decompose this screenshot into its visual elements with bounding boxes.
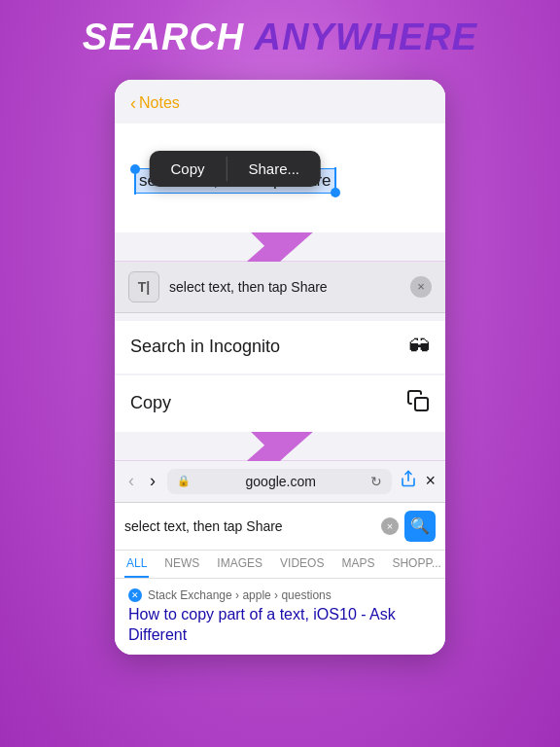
share-top-bar: T| select text, then tap Share × [115, 262, 445, 313]
browser-search-query[interactable]: select text, then tap Share [124, 518, 375, 534]
chevron-shape-1 [251, 232, 309, 262]
browser-tab-shopping[interactable]: SHOPP... [390, 551, 442, 578]
panel-separator-2 [115, 432, 445, 461]
browser-tab-all[interactable]: ALL [124, 551, 149, 578]
text-cursor-right [331, 188, 340, 197]
incognito-icon: 🕶 [408, 335, 430, 360]
search-go-icon: 🔍 [410, 516, 430, 535]
notes-back-button[interactable]: ‹ Notes [130, 93, 180, 114]
panel-notes: ‹ Notes Copy Share... select text, then … [115, 80, 445, 232]
headline-anywhere: ANYWHERE [254, 17, 477, 57]
share-action-copy[interactable]: Copy [115, 375, 445, 432]
browser-forward-button[interactable]: › [146, 469, 159, 493]
result-source-icon [128, 588, 142, 602]
headline-search: SEARCH [83, 17, 244, 57]
browser-close-button[interactable]: × [425, 471, 436, 491]
incognito-label: Search in Incognito [130, 337, 280, 357]
result-source-text: Stack Exchange › apple › questions [148, 588, 332, 602]
browser-address-bar[interactable]: 🔒 google.com ↻ [167, 469, 392, 494]
browser-tab-maps[interactable]: MAPS [339, 551, 376, 578]
share-text-icon-label: T| [138, 279, 150, 295]
popup-share-button[interactable]: Share... [228, 151, 322, 187]
browser-tab-images[interactable]: IMAGES [215, 551, 264, 578]
browser-search-clear-button[interactable]: × [381, 517, 399, 535]
browser-lock-icon: 🔒 [177, 475, 191, 487]
notes-header: ‹ Notes [115, 80, 445, 124]
share-text-icon: T| [128, 271, 159, 302]
clear-icon: × [387, 520, 393, 532]
browser-search-go-button[interactable]: 🔍 [404, 511, 436, 542]
result-title[interactable]: How to copy part of a text, iOS10 - Ask … [128, 605, 432, 646]
popup-copy-button[interactable]: Copy [149, 151, 226, 187]
browser-reload-button[interactable]: ↻ [370, 474, 382, 489]
copy-icon [406, 389, 430, 418]
text-selection-popup: Copy Share... [149, 151, 321, 187]
browser-search-bar: select text, then tap Share × 🔍 [115, 503, 445, 551]
mockup-container: ‹ Notes Copy Share... select text, then … [115, 80, 445, 656]
svg-rect-0 [415, 398, 428, 410]
panel-share: T| select text, then tap Share × Search … [115, 262, 445, 432]
browser-tabs: ALL NEWS IMAGES VIDEOS MAPS SHOPP... [115, 551, 445, 579]
browser-result: Stack Exchange › apple › questions How t… [115, 579, 445, 656]
browser-tab-news[interactable]: NEWS [162, 551, 201, 578]
share-action-incognito[interactable]: Search in Incognito 🕶 [115, 321, 445, 374]
copy-label: Copy [130, 393, 171, 413]
share-close-icon: × [417, 279, 425, 294]
notes-content-area: Copy Share... select text, then tap Shar… [115, 124, 445, 232]
share-preview-text: select text, then tap Share [169, 279, 401, 295]
browser-toolbar: ‹ › 🔒 google.com ↻ × [115, 461, 445, 503]
headline: SEARCH ANYWHERE [73, 18, 487, 58]
browser-tab-videos[interactable]: VIDEOS [278, 551, 326, 578]
browser-back-button[interactable]: ‹ [124, 469, 138, 493]
panel-separator-1 [115, 232, 445, 262]
text-cursor-left [130, 164, 140, 174]
browser-url: google.com [196, 474, 365, 489]
chevron-shape-2 [251, 432, 309, 461]
notes-back-label: Notes [139, 94, 180, 112]
page-wrapper: SEARCH ANYWHERE ‹ Notes Copy Share... [0, 0, 560, 747]
back-chevron-icon: ‹ [130, 93, 136, 114]
panel-browser: ‹ › 🔒 google.com ↻ × select text, [115, 461, 445, 656]
result-source: Stack Exchange › apple › questions [128, 588, 432, 602]
share-close-button[interactable]: × [410, 276, 432, 298]
browser-share-button[interactable] [400, 470, 417, 492]
